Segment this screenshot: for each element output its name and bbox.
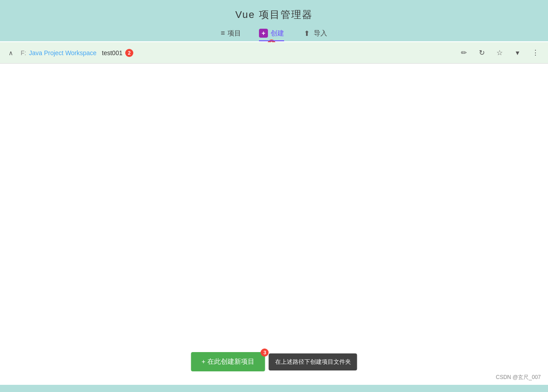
path-actions: ✏ ↻ ☆ ▾ ⋮ xyxy=(456,45,544,61)
nav-label-create: 创建 xyxy=(271,29,284,38)
footer: CSDN @玄尺_007 xyxy=(496,374,541,381)
header: Vue 项目管理器 ≡ 项目 + 创建 1 ⬆ 导入 xyxy=(0,0,548,41)
path-current-folder: test001 xyxy=(102,49,123,57)
projects-icon: ≡ xyxy=(221,29,225,37)
star-button[interactable]: ☆ xyxy=(491,45,508,61)
content-area: ∧ F: Java Project Workspace test001 2 ✏ … xyxy=(0,42,548,385)
path-badge: 2 xyxy=(125,49,133,57)
dropdown-button[interactable]: ▾ xyxy=(509,45,526,61)
nav-bar: ≡ 项目 + 创建 1 ⬆ 导入 xyxy=(0,29,548,41)
bottom-bar: + 在此创建新项目 3 在上述路径下创建项目文件夹 xyxy=(191,352,357,371)
page-title: Vue 项目管理器 xyxy=(0,8,548,22)
footer-text: CSDN @玄尺_007 xyxy=(496,374,541,380)
import-icon: ⬆ xyxy=(302,29,311,38)
nav-item-projects[interactable]: ≡ 项目 xyxy=(221,29,241,41)
star-icon: ☆ xyxy=(496,48,503,57)
more-options-button[interactable]: ⋮ xyxy=(527,45,544,61)
create-tooltip: 在上述路径下创建项目文件夹 xyxy=(269,353,357,370)
path-bar: ∧ F: Java Project Workspace test001 2 ✏ … xyxy=(0,42,548,64)
collapse-icon: ∧ xyxy=(9,49,13,57)
nav-label-import: 导入 xyxy=(314,29,327,38)
create-project-button[interactable]: + 在此创建新项目 3 xyxy=(191,352,265,371)
refresh-icon: ↻ xyxy=(479,48,485,57)
nav-item-import[interactable]: ⬆ 导入 xyxy=(302,29,327,41)
more-icon: ⋮ xyxy=(532,48,539,57)
path-workspace[interactable]: Java Project Workspace xyxy=(29,49,96,57)
chevron-down-icon: ▾ xyxy=(516,48,519,57)
create-btn-label: + 在此创建新项目 xyxy=(202,357,254,366)
main-content xyxy=(0,64,548,384)
nav-item-create[interactable]: + 创建 1 xyxy=(259,29,284,41)
nav-label-projects: 项目 xyxy=(228,29,241,38)
create-btn-badge: 3 xyxy=(261,348,269,357)
path-collapse-button[interactable]: ∧ xyxy=(4,47,17,59)
edit-button[interactable]: ✏ xyxy=(456,45,472,61)
path-drive-label: F: xyxy=(21,49,26,57)
edit-icon: ✏ xyxy=(461,48,467,57)
create-plus-icon: + xyxy=(259,29,268,38)
refresh-button[interactable]: ↻ xyxy=(473,45,490,61)
path-separator xyxy=(98,49,100,57)
